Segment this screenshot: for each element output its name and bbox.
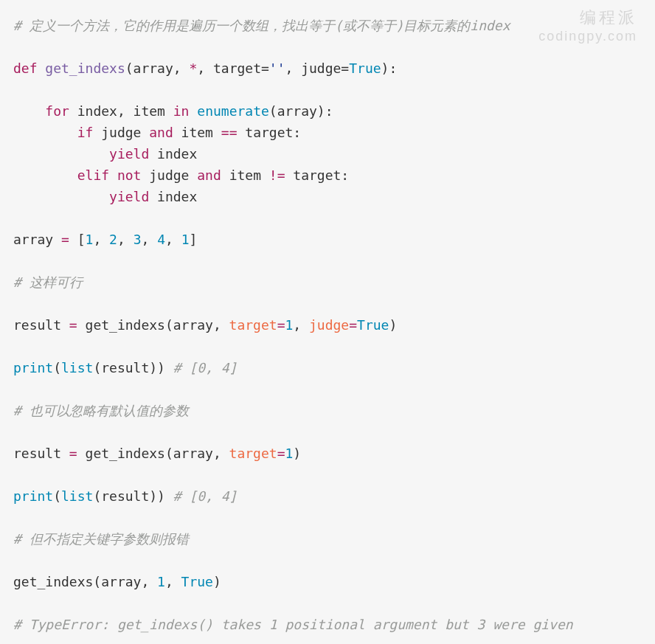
code-line: result = get_indexs(array, target=1, jud… (13, 317, 397, 333)
code-token (13, 167, 77, 183)
code-line: # 这样可行 (13, 274, 83, 290)
code-token: # 也可以忽略有默认值的参数 (13, 403, 189, 418)
code-token: get_indexs(array, (77, 446, 229, 461)
code-token: get_indexs(array, (13, 574, 157, 589)
code-token: = (349, 317, 357, 333)
code-line: print(list(result)) # [0, 4] (13, 488, 237, 504)
code-token: judge (309, 317, 349, 333)
code-token: target (229, 446, 277, 461)
code-token: , (93, 232, 109, 247)
code-token: [ (69, 232, 86, 247)
code-token: target: (237, 125, 301, 140)
code-token: = (69, 317, 77, 333)
code-token: # 定义一个方法，它的作用是遍历一个数组，找出等于(或不等于)目标元素的inde… (13, 18, 510, 33)
code-line: # 但不指定关键字参数则报错 (13, 531, 189, 547)
code-token: , target= (197, 60, 269, 76)
code-token: for (45, 103, 69, 119)
code-token: yield (109, 189, 149, 204)
code-token: ( (53, 488, 61, 504)
code-token: print (13, 360, 53, 375)
code-token: 1 (285, 446, 293, 461)
code-token: index (149, 146, 197, 162)
code-token: judge (141, 167, 197, 183)
code-token: (result)) (93, 488, 173, 504)
code-token: (array, (125, 60, 190, 76)
code-token: 2 (109, 232, 117, 247)
code-token: item (173, 125, 221, 140)
code-token: get_indexs(array, (77, 317, 229, 333)
code-block: # 定义一个方法，它的作用是遍历一个数组，找出等于(或不等于)目标元素的inde… (0, 0, 655, 635)
code-token: ) (389, 317, 397, 333)
code-line: array = [1, 2, 3, 4, 1] (13, 232, 197, 247)
code-token: = (277, 317, 285, 333)
code-token: 1 (157, 574, 165, 589)
code-token (13, 103, 45, 119)
code-token: 1 (181, 232, 190, 247)
code-line: get_indexs(array, 1, True) (13, 574, 221, 589)
code-token: , (117, 232, 134, 247)
code-token: = (69, 446, 77, 461)
code-token: if (77, 125, 94, 140)
code-token: list (61, 488, 93, 504)
code-token: enumerate (197, 103, 269, 119)
code-token: and (149, 125, 173, 140)
code-token: # TypeError: get_indexs() takes 1 positi… (13, 617, 573, 632)
code-token: # 这样可行 (13, 274, 83, 290)
code-token: = (277, 446, 285, 461)
code-token: , (165, 232, 181, 247)
code-token: # [0, 4] (173, 488, 238, 504)
code-token: # 但不指定关键字参数则报错 (13, 531, 189, 547)
code-token: elif (77, 167, 109, 183)
code-token: def (13, 60, 38, 76)
code-line: for index, item in enumerate(array): (13, 103, 333, 119)
code-line: yield index (13, 189, 197, 204)
code-token: index, item (69, 103, 173, 119)
code-token: yield (109, 146, 149, 162)
code-line: print(list(result)) # [0, 4] (13, 360, 237, 375)
code-token (13, 125, 77, 140)
code-token: == (221, 125, 238, 140)
code-token (13, 146, 109, 162)
code-token (38, 60, 46, 76)
code-token: ) (213, 574, 221, 589)
code-line: # 定义一个方法，它的作用是遍历一个数组，找出等于(或不等于)目标元素的inde… (13, 18, 510, 33)
code-token: ] (190, 232, 198, 247)
code-token: ): (381, 60, 398, 76)
code-token: , (293, 317, 309, 333)
code-line: yield index (13, 146, 197, 162)
code-token: # [0, 4] (173, 360, 238, 375)
code-token: True (349, 60, 381, 76)
code-token: in (173, 103, 190, 119)
code-token: '' (269, 60, 285, 76)
code-token: 4 (157, 232, 165, 247)
code-token: print (13, 488, 53, 504)
code-line: # 也可以忽略有默认值的参数 (13, 403, 189, 418)
code-line: elif not judge and item != target: (13, 167, 349, 183)
code-token: judge (93, 125, 149, 140)
code-token: (result)) (93, 360, 173, 375)
code-token: , judge= (285, 60, 350, 76)
code-token: , (165, 574, 181, 589)
code-token: (array): (269, 103, 333, 119)
code-token: * (189, 60, 197, 76)
code-line: if judge and item == target: (13, 125, 301, 140)
code-token: and (197, 167, 221, 183)
code-token: , (141, 232, 157, 247)
code-line: result = get_indexs(array, target=1) (13, 446, 301, 461)
code-token: not (117, 167, 142, 183)
code-token: 1 (285, 317, 293, 333)
code-token (189, 103, 197, 119)
code-line: # TypeError: get_indexs() takes 1 positi… (13, 617, 573, 632)
code-token: ) (293, 446, 301, 461)
code-token: index (149, 189, 197, 204)
code-token (13, 189, 109, 204)
code-line: def get_indexs(array, *, target='', judg… (13, 60, 397, 76)
code-token: result (13, 446, 69, 461)
code-token: 1 (86, 232, 94, 247)
code-token: = (61, 232, 69, 247)
code-token: get_indexs (45, 60, 125, 76)
code-token (109, 167, 117, 183)
code-token: target: (285, 167, 350, 183)
code-token: True (357, 317, 389, 333)
code-token: != (269, 167, 285, 183)
